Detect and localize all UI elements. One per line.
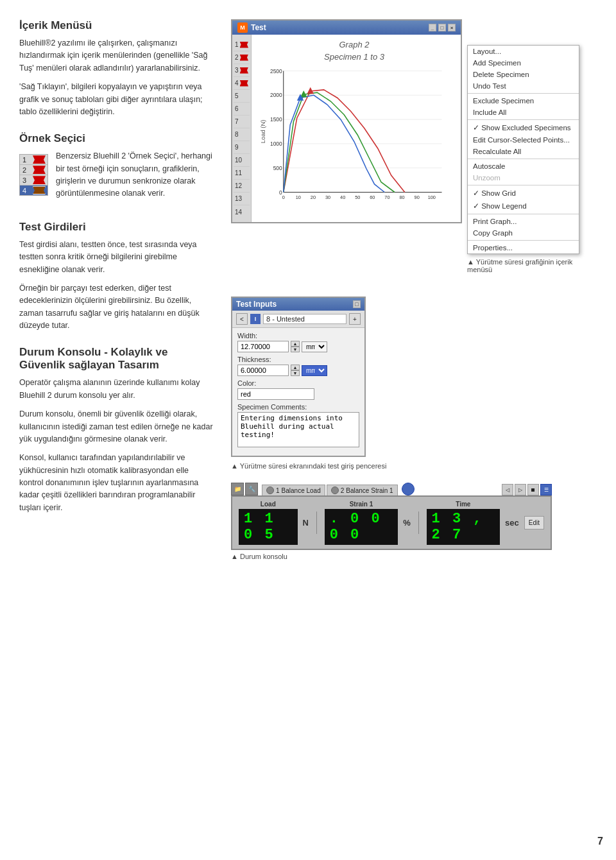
width-up-btn[interactable]: ▲	[291, 341, 300, 347]
ctx-show-grid[interactable]: Show Grid	[468, 187, 579, 200]
specimen-num-1: 1	[22, 156, 30, 164]
width-spinner[interactable]: ▲ ▼	[291, 341, 300, 352]
context-menu[interactable]: Layout... Add Specimen Delete Specimen U…	[467, 45, 579, 254]
nav-prev-btn[interactable]: <	[236, 313, 248, 325]
status-bar-section: 📁 🔧 1 Balance Load 2 Bal	[231, 483, 603, 560]
specimen-row-2[interactable]: 2	[20, 165, 47, 175]
graph-maximize-btn[interactable]: □	[438, 24, 446, 31]
status-rbtn-3[interactable]: ⏹	[527, 484, 539, 495]
svg-text:1500: 1500	[270, 116, 282, 123]
specimen-num-2: 2	[22, 166, 30, 174]
color-input[interactable]	[237, 388, 314, 400]
thickness-up-btn[interactable]: ▲	[291, 365, 300, 370]
graph-close-btn[interactable]: ×	[448, 24, 456, 31]
tab2-label: Balance Strain 1	[346, 487, 393, 494]
row-12[interactable]: 12	[234, 180, 250, 193]
ctx-layout[interactable]: Layout...	[468, 46, 579, 57]
width-label: Width:	[237, 332, 359, 340]
row-9[interactable]: 9	[234, 141, 250, 154]
width-down-btn[interactable]: ▼	[291, 347, 300, 352]
row-14[interactable]: 14	[234, 205, 250, 218]
section-title-ornek: Örnek Seçici	[19, 132, 213, 145]
graph-logo: M	[237, 22, 248, 33]
load-unit: N	[303, 518, 309, 528]
thickness-spinner[interactable]: ▲ ▼	[291, 365, 300, 376]
separator-1	[316, 512, 317, 534]
row-4[interactable]: 4	[234, 77, 250, 90]
test-inputs-close-btn[interactable]: □	[353, 300, 361, 308]
row-5[interactable]: 5	[234, 90, 250, 103]
time-section: Time 1 3 , 2 7	[427, 501, 501, 545]
tab-circle-icon[interactable]	[402, 483, 415, 495]
ctx-show-excluded[interactable]: Show Excluded Specimens	[468, 121, 579, 134]
specimen-num-3: 3	[22, 176, 30, 184]
load-label: Load	[261, 501, 276, 508]
comments-textarea[interactable]: Entering dimensions into Bluehill during…	[237, 412, 359, 447]
thickness-unit-select[interactable]: mm in	[302, 365, 327, 376]
ctx-properties[interactable]: Properties...	[468, 242, 579, 254]
ctx-recalculate-all[interactable]: Recalculate All	[468, 146, 579, 157]
status-tab-2[interactable]: 2 Balance Strain 1	[327, 485, 398, 495]
ctx-delete-specimen[interactable]: Delete Specimen	[468, 69, 579, 80]
comments-field-row: Specimen Comments: Entering dimensions i…	[237, 403, 359, 449]
ctx-divider-2	[468, 119, 579, 120]
ctx-print-graph[interactable]: Print Graph...	[468, 216, 579, 227]
status-tab-1[interactable]: 1 Balance Load	[262, 485, 325, 495]
svg-text:90: 90	[415, 194, 420, 199]
specimen-row-1[interactable]: 1	[20, 155, 47, 165]
edit-btn[interactable]: Edit	[524, 516, 544, 529]
time-display: 1 3 , 2 7	[427, 509, 501, 545]
status-btn-1[interactable]: 📁	[231, 483, 244, 495]
graph-body: 1 2 3 4	[232, 35, 461, 222]
status-rbtn-1[interactable]: ◁	[502, 484, 513, 495]
width-input[interactable]	[237, 341, 289, 352]
row-6[interactable]: 6	[234, 103, 250, 116]
svg-text:2000: 2000	[270, 92, 282, 98]
test-inputs-window[interactable]: Test Inputs □ < I 8 - Untested + Width:	[231, 297, 366, 457]
ctx-copy-graph[interactable]: Copy Graph	[468, 227, 579, 239]
specimen-selector-box[interactable]: 1 2 3 4	[19, 154, 48, 196]
svg-text:50: 50	[355, 194, 360, 199]
row-1[interactable]: 1	[234, 39, 250, 51]
ctx-autoscale[interactable]: Autoscale	[468, 160, 579, 172]
load-display: 1 1 0 5	[239, 509, 298, 545]
ctx-undo-test[interactable]: Undo Test	[468, 80, 579, 92]
section-text-ornek: Benzersiz Bluehill 2 'Örnek Seçici', her…	[56, 150, 213, 200]
graph-titlebar: M Test _ □ ×	[232, 21, 461, 35]
row-8[interactable]: 8	[234, 128, 250, 141]
specimen-row-4[interactable]: 4	[20, 185, 47, 195]
thickness-input[interactable]	[237, 365, 289, 376]
section-icerik-menusu: İçerik Menüsü Bluehill®2 yazılımı ile ça…	[19, 19, 213, 118]
row-11[interactable]: 11	[234, 167, 250, 180]
test-inputs-nav: < I 8 - Untested +	[232, 311, 364, 328]
svg-text:2500: 2500	[270, 68, 282, 74]
status-rbtn-4[interactable]: ☰	[540, 484, 552, 495]
ctx-exclude-specimen[interactable]: Exclude Specimen	[468, 95, 579, 107]
section-text-girdileri-2: Örneğin bir parçayı test ederken, diğer …	[19, 282, 213, 332]
time-unit: sec	[505, 518, 519, 528]
row-3[interactable]: 3	[234, 64, 250, 77]
ctx-add-specimen[interactable]: Add Specimen	[468, 57, 579, 69]
width-unit-select[interactable]: mm in	[302, 341, 327, 352]
ctx-include-all[interactable]: Include All	[468, 107, 579, 118]
nav-next-btn[interactable]: +	[349, 313, 361, 325]
specimen-row-3[interactable]: 3	[20, 175, 47, 185]
graph-window[interactable]: M Test _ □ × 1	[231, 19, 462, 223]
context-menu-container: Layout... Add Specimen Delete Specimen U…	[467, 45, 579, 284]
row-chevron-4	[240, 80, 248, 87]
status-btn-2[interactable]: 🔧	[245, 483, 258, 495]
thickness-field-row: Thickness: ▲ ▼ mm in	[237, 356, 359, 376]
row-10[interactable]: 10	[234, 154, 250, 167]
graph-subtitle: Graph 2	[253, 40, 456, 49]
row-7[interactable]: 7	[234, 116, 250, 128]
status-rbtn-2[interactable]: ▷	[515, 484, 526, 495]
row-2[interactable]: 2	[234, 51, 250, 64]
thickness-down-btn[interactable]: ▼	[291, 370, 300, 376]
ctx-edit-cursor[interactable]: Edit Cursor-Selected Points...	[468, 134, 579, 146]
graph-minimize-btn[interactable]: _	[429, 24, 436, 31]
ctx-show-legend[interactable]: Show Legend	[468, 200, 579, 212]
graph-specimen-title: Specimen 1 to 3	[253, 52, 456, 62]
row-13[interactable]: 13	[234, 193, 250, 205]
load-section: Load 1 1 0 5	[239, 501, 298, 545]
test-inputs-body: Width: ▲ ▼ mm in	[232, 328, 364, 456]
